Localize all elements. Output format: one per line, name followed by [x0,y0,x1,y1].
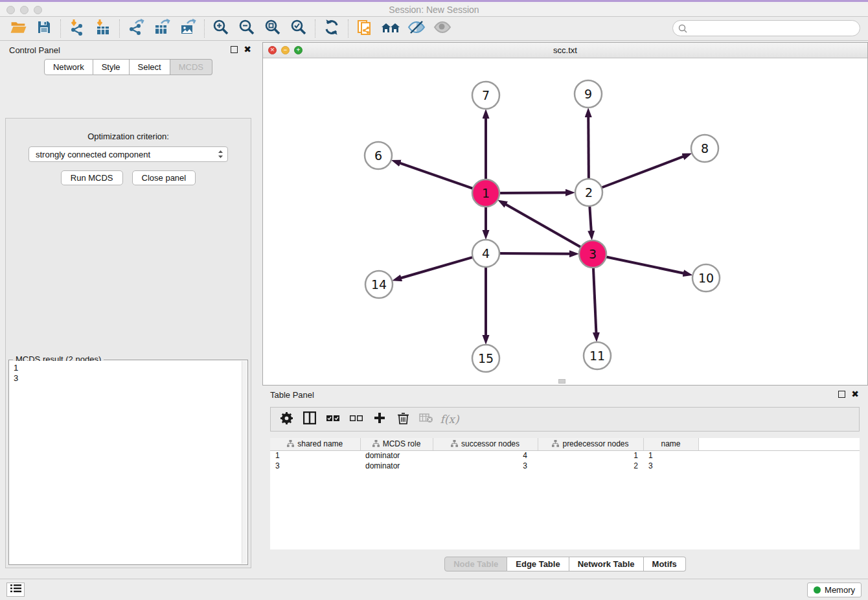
table-row[interactable]: 3 dominator 3 2 3 [270,461,860,471]
graph-edge-2-3[interactable] [589,205,591,233]
tab-edge-table[interactable]: Edge Table [507,557,569,571]
tab-mcds[interactable]: MCDS [170,59,212,75]
save-session-button[interactable] [31,18,57,39]
checked-boxes-icon [326,413,339,425]
export-table-button[interactable] [149,18,175,39]
network-resize-grip[interactable] [558,379,565,384]
graph-edge-4-3[interactable] [498,253,571,254]
float-panel-icon[interactable] [231,46,238,53]
search-input[interactable] [672,20,860,36]
import-network-button[interactable] [64,18,90,39]
cell-mcds-role[interactable]: dominator [360,450,433,461]
cell-successor-nodes[interactable]: 4 [433,450,538,461]
zoom-selected-icon [290,19,307,38]
save-floppy-icon [36,19,52,38]
select-all-button[interactable] [325,411,341,427]
run-mcds-button[interactable]: Run MCDS [61,170,123,185]
column-header-shared-name[interactable]: shared name [270,438,360,450]
network-graph[interactable]: 7968124314101511 [263,58,867,385]
delete-table-button-disabled[interactable] [418,411,434,427]
close-table-panel-icon[interactable]: ✖ [851,391,859,398]
mcds-result-list[interactable]: 1 3 [10,361,242,564]
show-all-panels-button[interactable] [378,18,404,39]
tab-style[interactable]: Style [93,59,130,75]
add-column-button[interactable] [372,411,387,427]
function-builder-button-disabled[interactable]: f(x) [442,411,457,427]
mcds-tab-content: Optimization criterion: strongly connect… [5,118,251,568]
import-table-icon [95,19,111,38]
tab-node-table[interactable]: Node Table [444,557,507,571]
list-icon [10,584,21,595]
graph-edge-1-2[interactable] [498,192,567,193]
graph-node-label-2: 2 [585,185,593,200]
graph-node-label-14: 14 [371,277,387,292]
cell-shared-name[interactable]: 3 [270,461,360,471]
network-title: scc.txt [263,45,867,55]
column-header-mcds-role[interactable]: MCDS role [360,438,433,450]
criterion-value: strongly connected component [36,150,150,159]
toolbar-separator [348,19,348,38]
table-settings-button[interactable] [279,411,294,427]
zoom-selected-button[interactable] [286,18,312,39]
control-panel-tabs: Network Style Select MCDS [0,59,257,75]
refresh-view-button[interactable] [319,18,345,39]
open-file-button[interactable] [5,18,31,39]
column-header-name[interactable]: name [643,438,698,450]
node-table: shared name MCDS role successor nodes pr… [270,438,860,549]
cell-name[interactable]: 3 [643,461,698,471]
preview-disabled-button[interactable] [429,18,455,39]
network-from-file-button[interactable] [352,18,378,39]
column-header-predecessor-nodes[interactable]: predecessor nodes [538,438,643,450]
table-row[interactable]: 1 dominator 4 1 1 [270,450,860,461]
zoom-out-button[interactable] [234,18,260,39]
deselect-all-button[interactable] [348,411,364,427]
graph-edge-2-8[interactable] [600,156,685,189]
import-table-button[interactable] [90,18,116,39]
export-image-button[interactable] [175,18,201,39]
memory-button[interactable]: Memory [807,583,862,597]
tab-network[interactable]: Network [44,59,93,75]
graph-node-label-1: 1 [482,186,490,200]
cell-predecessor-nodes[interactable]: 2 [538,461,643,471]
delete-column-button[interactable] [395,411,411,427]
network-window-titlebar[interactable]: ✕ − + scc.txt [263,43,867,58]
graph-edge-3-10[interactable] [605,257,685,273]
two-houses-icon [381,19,400,38]
cell-name[interactable]: 1 [643,450,698,461]
tab-select[interactable]: Select [130,59,170,75]
hierarchy-icon [552,440,559,449]
mcds-result-line: 3 [14,373,238,384]
tab-network-table[interactable]: Network Table [569,557,644,571]
cell-successor-nodes[interactable]: 3 [433,461,538,471]
graph-edge-1-6[interactable] [398,163,474,189]
table-toolbar: f(x) [270,407,860,432]
show-log-button[interactable] [6,583,25,597]
hierarchy-icon [287,440,294,449]
cell-predecessor-nodes[interactable]: 1 [538,450,643,461]
result-scrollbar[interactable] [242,361,247,564]
close-panel-icon[interactable]: ✖ [244,46,251,53]
network-canvas[interactable]: 7968124314101511 [263,58,867,385]
tab-motifs[interactable]: Motifs [644,557,686,571]
zoom-fit-button[interactable] [260,18,286,39]
memory-status-icon [814,586,821,594]
zoom-out-icon [238,19,255,38]
column-header-successor-nodes[interactable]: successor nodes [433,438,538,450]
table-panel-tabs: Node Table Edge Table Network Table Moti… [262,557,868,571]
graph-edge-4-14[interactable] [400,257,474,278]
graph-edge-3-1[interactable] [505,203,582,248]
hide-panels-button[interactable] [404,18,429,39]
graph-edge-3-11[interactable] [593,266,597,334]
eye-slash-icon [407,19,426,38]
close-panel-button[interactable]: Close panel [132,170,196,185]
criterion-select[interactable]: strongly connected component [29,146,228,162]
cell-shared-name[interactable]: 1 [270,450,360,461]
column-selector-button[interactable] [302,411,317,427]
graph-node-label-9: 9 [584,87,592,101]
export-network-button[interactable] [123,18,149,39]
float-table-panel-icon[interactable] [838,391,845,398]
cell-mcds-role[interactable]: dominator [360,461,433,471]
graph-edge-2-9[interactable] [588,115,589,180]
graph-node-label-7: 7 [482,88,490,102]
zoom-in-button[interactable] [208,18,234,39]
